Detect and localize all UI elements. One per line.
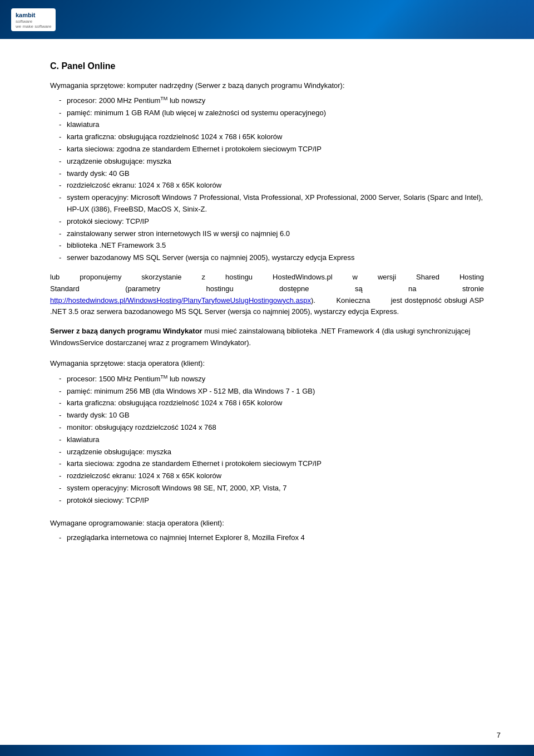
- list-item: biblioteka .NET Framework 3.5: [50, 240, 484, 252]
- list-item: rozdzielczość ekranu: 1024 x 768 x 65K k…: [50, 180, 484, 192]
- logo-sub2-text: we make software: [16, 24, 51, 29]
- list-item: karta sieciowa: zgodna ze standardem Eth…: [50, 144, 484, 155]
- header-decoration: [367, 0, 534, 39]
- section-c-title: C. Panel Online: [50, 61, 484, 71]
- software-requirements-list: przeglądarka internetowa co najmniej Int…: [50, 532, 484, 544]
- list-item: protokół sieciowy: TCP/IP: [50, 216, 484, 228]
- logo-container: kambit software we make software: [11, 8, 56, 31]
- logo: kambit software we make software: [16, 11, 51, 29]
- footer-bar: [0, 745, 534, 756]
- list-item: procesor: 2000 MHz PentiumTM lub nowszy: [50, 95, 484, 107]
- list-item: procesor: 1500 MHz PentiumTM lub nowszy: [50, 373, 484, 385]
- list-item: przeglądarka internetowa co najmniej Int…: [50, 532, 484, 544]
- page-header: kambit software we make software: [0, 0, 534, 39]
- list-item: twardy dysk: 40 GB: [50, 168, 484, 180]
- software-requirements-heading: Wymagane oprogramowanie: stacja operator…: [50, 518, 484, 529]
- list-item: rozdzielczość ekranu: 1024 x 768 x 65K k…: [50, 470, 484, 482]
- superscript: TM: [160, 374, 167, 380]
- page-number: 7: [497, 731, 501, 739]
- list-item: pamięć: minimum 256 MB (dla Windows XP -…: [50, 386, 484, 397]
- server-db-bold: Serwer z bazą danych programu Windykator: [50, 327, 202, 335]
- list-item: karta graficzna: obsługująca rozdzielnoś…: [50, 397, 484, 409]
- hosting-paragraph: lub proponujemy skorzystanie z hostingu …: [50, 272, 484, 318]
- list-item: twardy dysk: 10 GB: [50, 410, 484, 421]
- logo-sub-text: software: [16, 19, 51, 24]
- client-requirements-heading: Wymagania sprzętowe: stacja operatora (k…: [50, 358, 484, 370]
- list-item: protokół sieciowy: TCP/IP: [50, 495, 484, 507]
- list-item: urządzenie obsługujące: myszka: [50, 156, 484, 168]
- hosting-link[interactable]: http://hostedwindows.pl/WindowsHosting/P…: [50, 296, 311, 305]
- list-item: klawiatura: [50, 119, 484, 131]
- list-item: zainstalowany serwer stron internetowych…: [50, 228, 484, 240]
- list-item: serwer bazodanowy MS SQL Server (wersja …: [50, 252, 484, 264]
- shared-word: Shared: [416, 273, 439, 281]
- main-content: C. Panel Online Wymagania sprzętowe: kom…: [17, 39, 517, 581]
- list-item: system operacyjny: Microsoft Windows 7 P…: [50, 192, 484, 215]
- list-item: karta graficzna: obsługująca rozdzielnoś…: [50, 131, 484, 143]
- list-item: klawiatura: [50, 434, 484, 446]
- list-item: urządzenie obsługujące: myszka: [50, 446, 484, 458]
- superscript: TM: [160, 96, 167, 101]
- list-item: system operacyjny: Microsoft Windows 98 …: [50, 483, 484, 494]
- list-item: pamięć: minimum 1 GB RAM (lub więcej w z…: [50, 107, 484, 119]
- server-requirements-intro: Wymagania sprzętowe: komputer nadrzędny …: [50, 80, 484, 91]
- server-db-paragraph: Serwer z bazą danych programu Windykator…: [50, 326, 484, 349]
- client-requirements-list: procesor: 1500 MHz PentiumTM lub nowszy …: [50, 373, 484, 507]
- server-requirements-list: procesor: 2000 MHz PentiumTM lub nowszy …: [50, 95, 484, 264]
- logo-main-text: kambit: [16, 12, 35, 18]
- list-item: karta sieciowa: zgodna ze standardem Eth…: [50, 458, 484, 470]
- list-item: monitor: obsługujący rozdzielczość 1024 …: [50, 422, 484, 434]
